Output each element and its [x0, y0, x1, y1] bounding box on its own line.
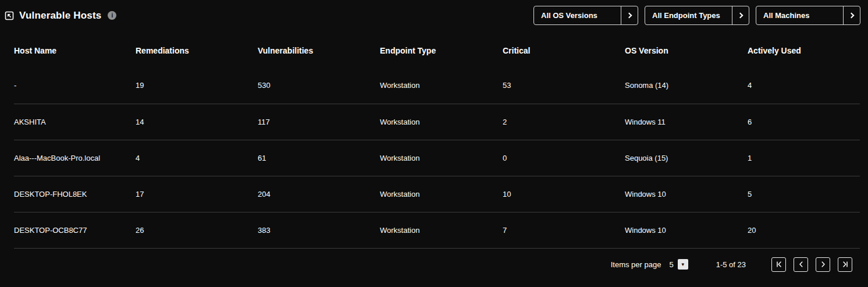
endpoint-type-cell: Workstation [380, 104, 503, 140]
filter-endpoint-types-button[interactable]: All Endpoint Types [645, 6, 749, 25]
vulnerabilities-cell: 530 [258, 68, 380, 104]
items-per-page-value: 5 [669, 260, 673, 269]
remediations-cell: 14 [136, 104, 258, 140]
column-header-host-name[interactable]: Host Name [14, 34, 136, 68]
endpoint-type-cell: Workstation [380, 176, 503, 212]
critical-cell: 0 [503, 140, 625, 176]
page-range-label: 1-5 of 23 [716, 260, 746, 269]
endpoint-type-cell: Workstation [380, 212, 503, 248]
os-version-cell: Windows 11 [625, 104, 748, 140]
os-version-cell: Sequoia (15) [625, 140, 748, 176]
table-row: DESKTOP-FHOL8EK 17 204 Workstation 10 Wi… [14, 176, 860, 212]
critical-cell: 10 [503, 176, 625, 212]
filter-group: All OS Versions All Endpoint Types All M… [533, 6, 860, 25]
column-header-critical[interactable]: Critical [503, 34, 625, 68]
column-header-actively-used[interactable]: Actively Used [748, 34, 860, 68]
remediations-cell: 26 [136, 212, 258, 248]
filter-label: All OS Versions [534, 6, 621, 24]
endpoint-type-cell: Workstation [380, 140, 503, 176]
actively-used-cell: 5 [748, 176, 860, 212]
chevron-right-icon [844, 6, 860, 24]
vulnerabilities-cell: 204 [258, 176, 380, 212]
pagination-controls [771, 257, 852, 272]
column-header-vulnerabilities[interactable]: Vulnerabilities [258, 34, 380, 68]
os-version-cell: Sonoma (14) [625, 68, 748, 104]
last-page-button[interactable] [838, 257, 852, 272]
host-name-cell: DESKTOP-FHOL8EK [14, 176, 136, 212]
collapse-icon[interactable] [5, 11, 14, 20]
actively-used-cell: 6 [748, 104, 860, 140]
table-row: Alaa---MacBook-Pro.local 4 61 Workstatio… [14, 140, 860, 176]
os-version-cell: Windows 10 [625, 212, 748, 248]
items-per-page-select[interactable]: Items per page 5 ▼ [611, 259, 688, 270]
table-row: AKSHITA 14 117 Workstation 2 Windows 11 … [14, 104, 860, 140]
actively-used-cell: 1 [748, 140, 860, 176]
caret-down-icon[interactable]: ▼ [678, 259, 688, 270]
filter-os-versions-button[interactable]: All OS Versions [533, 6, 638, 25]
title-group: Vulnerable Hosts i [5, 10, 116, 22]
column-header-os-version[interactable]: OS Version [625, 34, 748, 68]
items-per-page-label: Items per page [611, 260, 661, 269]
host-name-cell: Alaa---MacBook-Pro.local [14, 140, 136, 176]
hosts-table: Host Name Remediations Vulnerabilities E… [14, 34, 860, 249]
info-icon[interactable]: i [108, 11, 116, 20]
previous-page-button[interactable] [794, 257, 808, 272]
remediations-cell: 19 [136, 68, 258, 104]
host-name-cell: AKSHITA [14, 104, 136, 140]
chevron-left-icon [798, 261, 805, 268]
table-row: DESKTOP-OCB8C77 26 383 Workstation 7 Win… [14, 212, 860, 248]
vulnerabilities-cell: 383 [258, 212, 380, 248]
hosts-table-container: Host Name Remediations Vulnerabilities E… [14, 34, 860, 281]
critical-cell: 7 [503, 212, 625, 248]
column-header-remediations[interactable]: Remediations [136, 34, 258, 68]
remediations-cell: 17 [136, 176, 258, 212]
page-title: Vulnerable Hosts [19, 10, 101, 22]
chevron-right-icon [621, 6, 638, 24]
vulnerabilities-cell: 61 [258, 140, 380, 176]
panel-header: Vulnerable Hosts i All OS Versions All E… [0, 0, 868, 26]
filter-machines-button[interactable]: All Machines [756, 6, 860, 25]
table-footer: Items per page 5 ▼ 1-5 of 23 [14, 249, 860, 281]
endpoint-type-cell: Workstation [380, 68, 503, 104]
critical-cell: 2 [503, 104, 625, 140]
next-page-button[interactable] [816, 257, 830, 272]
chevron-right-icon [732, 6, 749, 24]
vulnerable-hosts-panel: Vulnerable Hosts i All OS Versions All E… [0, 0, 868, 287]
actively-used-cell: 20 [748, 212, 860, 248]
vulnerabilities-cell: 117 [258, 104, 380, 140]
chevron-right-icon [820, 261, 827, 268]
last-page-icon [842, 261, 849, 268]
actively-used-cell: 4 [748, 68, 860, 104]
critical-cell: 53 [503, 68, 625, 104]
filter-label: All Endpoint Types [645, 6, 732, 24]
column-header-endpoint-type[interactable]: Endpoint Type [380, 34, 503, 68]
table-header-row: Host Name Remediations Vulnerabilities E… [14, 34, 860, 68]
first-page-icon [775, 261, 782, 268]
first-page-button[interactable] [771, 257, 786, 272]
remediations-cell: 4 [136, 140, 258, 176]
filter-label: All Machines [756, 6, 843, 24]
host-name-cell: - [14, 68, 136, 104]
host-name-cell: DESKTOP-OCB8C77 [14, 212, 136, 248]
os-version-cell: Windows 10 [625, 176, 748, 212]
table-row: - 19 530 Workstation 53 Sonoma (14) 4 [14, 68, 860, 104]
